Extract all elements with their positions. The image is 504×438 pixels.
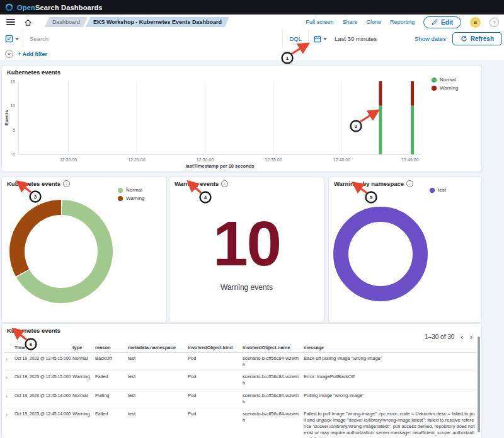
nav-links: Full screenShareCloneReporting	[306, 19, 415, 25]
cell-time: Oct 19, 2023 @ 12:45:14.000	[13, 408, 71, 438]
show-dates-link[interactable]: Show dates	[415, 35, 452, 42]
panel-warning-events-metric: Warning eventsi 10 Warning events	[169, 176, 324, 323]
prev-page-icon[interactable]: ‹	[461, 333, 463, 341]
menu-icon[interactable]	[6, 19, 15, 25]
cell-name: scenario-b-cff56c84-wzwmh	[241, 353, 302, 371]
panel-kubernetes-events-table: Kubernetes events 1–30 of 30 ‹ › Time▼ty…	[1, 323, 482, 438]
expand-row-icon[interactable]: ›	[4, 408, 13, 438]
info-icon[interactable]: i	[221, 180, 228, 187]
svg-text:15: 15	[10, 79, 15, 84]
events-donut-chart[interactable]	[9, 200, 113, 303]
edit-button-label: Edit	[441, 19, 453, 26]
home-icon[interactable]	[24, 18, 32, 26]
pagination-range: 1–30 of 30	[425, 333, 454, 340]
cell-message: Failed to pull image "wrong-image": rpc …	[302, 408, 476, 438]
expand-row-icon[interactable]: ›	[4, 371, 13, 389]
nav-link-full-screen[interactable]: Full screen	[306, 19, 334, 25]
nav-link-reporting[interactable]: Reporting	[390, 19, 415, 25]
svg-text:12:20:00: 12:20:00	[60, 158, 77, 162]
cell-reason: Pulling	[94, 389, 127, 408]
column-header-type[interactable]: type	[71, 343, 94, 353]
date-picker-button[interactable]	[308, 30, 332, 48]
cell-reason: Failed	[94, 371, 127, 389]
cell-name: scenario-b-cff56c84-wzwmh	[241, 371, 302, 389]
filter-options-icon[interactable]	[5, 50, 13, 58]
panel-kubernetes-events-donut: Kubernetes eventsi NormalWarning	[1, 176, 167, 323]
svg-text:12:30:00: 12:30:00	[197, 158, 214, 162]
column-header-time[interactable]: Time▼	[13, 343, 71, 353]
expand-row-icon[interactable]: ›	[4, 353, 13, 371]
svg-text:Events: Events	[4, 110, 9, 126]
legend-dot	[432, 78, 437, 83]
time-range-value[interactable]: Last 30 minutes	[332, 35, 415, 42]
legend-item-normal[interactable]: Normal	[432, 77, 459, 83]
info-icon[interactable]: i	[406, 180, 413, 187]
column-header-name[interactable]: involvedObject.name	[241, 343, 302, 353]
legend-item-warning[interactable]: Warning	[118, 195, 145, 201]
cell-namespace: test	[127, 371, 186, 389]
table-row: ›Oct 19, 2023 @ 12:45:14.000WarningFaile…	[4, 408, 476, 438]
column-header-kind[interactable]: involvedObject.kind	[186, 343, 241, 353]
cell-reason: BackOff	[94, 353, 127, 371]
panel-title: Warnings by namespacei	[334, 180, 413, 187]
cell-kind: Pod	[186, 389, 241, 408]
refresh-icon	[461, 35, 467, 42]
legend-item-warning[interactable]: Warning	[432, 85, 459, 91]
legend-label: test	[438, 187, 446, 193]
svg-text:5: 5	[13, 128, 15, 132]
table-row: ›Oct 19, 2023 @ 12:45:15.000WarningFaile…	[4, 371, 476, 389]
refresh-button[interactable]: Refresh	[452, 32, 502, 45]
cell-name: scenario-b-cff56c84-wzwmh	[241, 408, 302, 438]
cell-namespace: test	[127, 389, 186, 408]
nav-link-clone[interactable]: Clone	[367, 19, 382, 25]
search-input[interactable]	[23, 35, 282, 42]
column-header-reason[interactable]: reason	[94, 343, 127, 353]
cell-time: Oct 19, 2023 @ 12:45:14.000	[13, 389, 71, 408]
legend-dot	[118, 196, 123, 201]
cell-kind: Pod	[186, 353, 241, 371]
table-pagination: 1–30 of 30 ‹ ›	[425, 333, 472, 341]
legend-item-test[interactable]: test	[430, 187, 446, 193]
help-icon[interactable]: ?	[490, 18, 499, 27]
svg-text:12:40:00: 12:40:00	[333, 158, 350, 162]
dql-selector[interactable]: DQL	[282, 30, 308, 48]
legend-label: Warning	[440, 85, 459, 91]
namespace-donut-chart[interactable]	[333, 207, 428, 301]
edit-button[interactable]: Edit	[423, 16, 461, 28]
legend-dot	[432, 86, 437, 91]
svg-text:12:45:00: 12:45:00	[401, 158, 418, 162]
cell-type: Warning	[71, 408, 94, 438]
svg-text:10: 10	[10, 103, 15, 108]
nav-link-share[interactable]: Share	[343, 19, 358, 25]
table-scrollbar[interactable]	[478, 337, 480, 432]
saved-query-icon	[5, 35, 13, 43]
panel-kubernetes-events-chart: Kubernetes events 12:20:0012:25:0012:30:…	[1, 65, 482, 172]
cell-time: Oct 19, 2023 @ 12:45:15.000	[13, 371, 71, 389]
legend-label: Normal	[440, 77, 456, 83]
avatar[interactable]: a	[470, 17, 481, 28]
breadcrumb-parent[interactable]: Dashboard	[45, 17, 88, 27]
table-row: ›Oct 19, 2023 @ 12:45:14.000NormalPullin…	[4, 389, 476, 408]
column-header-expand[interactable]	[4, 343, 13, 353]
filter-bar: + Add filter	[0, 48, 504, 60]
cell-time: Oct 19, 2023 @ 12:45:15.000	[13, 353, 71, 371]
column-header-message[interactable]: message	[302, 343, 476, 353]
breadcrumb-current[interactable]: EKS Workshop - Kubernetes Events Dashboa…	[86, 17, 229, 27]
opensearch-dashboards-app: OpenSearch Dashboards DashboardEKS Works…	[0, 0, 504, 438]
legend-item-normal[interactable]: Normal	[118, 187, 145, 193]
nav-bar: DashboardEKS Workshop - Kubernetes Event…	[0, 14, 504, 30]
add-filter-link[interactable]: + Add filter	[18, 51, 47, 57]
next-page-icon[interactable]: ›	[470, 333, 472, 341]
saved-query-menu[interactable]	[0, 30, 23, 48]
svg-text:12:25:00: 12:25:00	[128, 158, 145, 162]
cell-reason: Failed	[94, 408, 127, 438]
info-icon[interactable]: i	[63, 180, 70, 187]
dashboard-canvas: Kubernetes events 12:20:0012:25:0012:30:…	[0, 60, 504, 438]
panel-warnings-by-namespace: Warnings by namespacei test	[328, 176, 482, 323]
cell-name: scenario-b-cff56c84-wzwmh	[241, 389, 302, 408]
expand-row-icon[interactable]: ›	[4, 389, 13, 408]
events-bar-chart[interactable]: 12:20:0012:25:0012:30:0012:35:0012:40:00…	[2, 66, 480, 170]
column-header-namespace[interactable]: metadata.namespace	[127, 343, 186, 353]
svg-text:12:35:00: 12:35:00	[265, 158, 282, 162]
cell-message: Error: ImagePullBackOff	[302, 371, 476, 389]
